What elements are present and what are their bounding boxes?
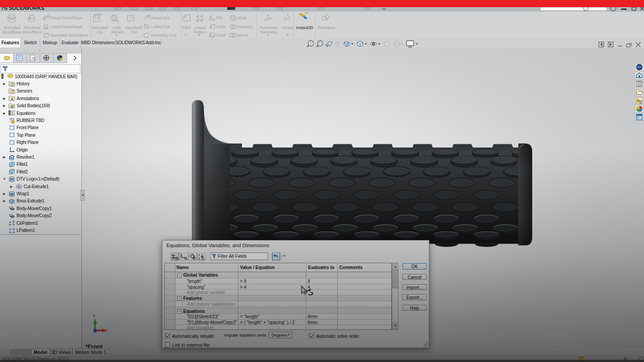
svg-text:Filter All Fields: Filter All Fields <box>218 254 247 259</box>
svg-text:A: A <box>11 97 13 101</box>
svg-text:Σ: Σ <box>172 253 176 260</box>
svg-text:Σ: Σ <box>12 111 14 115</box>
svg-text:⚙: ⚙ <box>623 357 627 361</box>
svg-text:2: 2 <box>198 257 200 261</box>
svg-text:ab: ab <box>10 193 14 196</box>
svg-text:?S SOLIDWORKS: ?S SOLIDWORKS <box>1 7 44 11</box>
